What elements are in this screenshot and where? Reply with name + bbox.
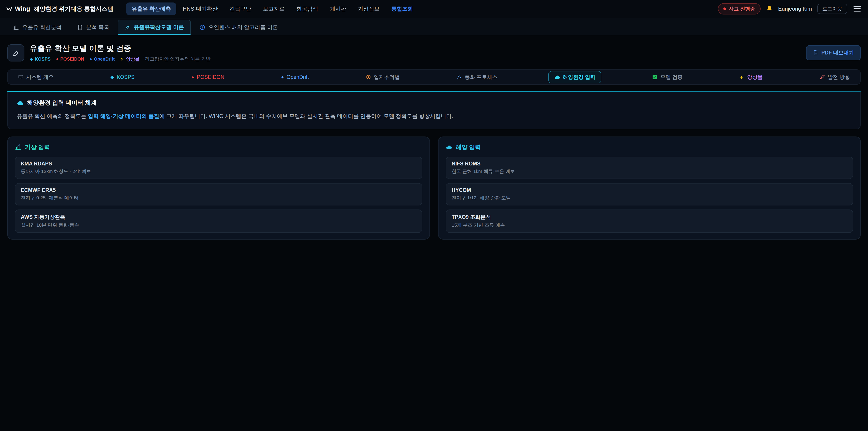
data-source-name: ECMWF ERA5 — [21, 187, 416, 193]
data-source-desc: 전지구 1/12° 해양 순환 모델 — [452, 194, 847, 201]
data-source-desc: 한국 근해 1km 해류·수온 예보 — [452, 168, 847, 175]
secnav-system-overview[interactable]: 시스템 개요 — [12, 71, 59, 83]
cloud-icon — [446, 144, 452, 150]
input-columns: 기상 입력 KMA RDAPS 동아시아 12km 해상도 · 24h 예보 E… — [7, 136, 861, 240]
cloud-icon — [17, 99, 24, 106]
page-icon-box — [7, 44, 24, 61]
nav-item-reports[interactable]: 보고자료 — [257, 2, 290, 15]
overview-highlight-text: 입력 해양·기상 데이터의 품질 — [88, 113, 159, 119]
tab-label: 유출유확산모델 이론 — [133, 24, 184, 31]
bolt-icon — [120, 57, 124, 61]
secnav-ensemble[interactable]: 앙상블 — [734, 71, 769, 83]
incident-status-label: 사고 진행중 — [729, 5, 755, 12]
overview-text: 에 크게 좌우됩니다. WING 시스템은 국내외 수치예보 모델과 실시간 관… — [159, 113, 453, 119]
topbar: Wing 해양환경 위기대응 통합시스템 유출유 확산예측 HNS·대기확산 긴… — [0, 0, 868, 18]
pdf-document-icon — [813, 50, 818, 56]
dot-icon: ● — [191, 74, 194, 80]
secnav-label: 입자추적법 — [374, 74, 400, 81]
secnav-future-direction[interactable]: 발전 방향 — [814, 71, 856, 83]
nav-item-hns[interactable]: HNS·대기확산 — [177, 2, 223, 15]
secnav-label: 해양환경 입력 — [563, 74, 595, 81]
target-icon — [366, 74, 371, 80]
tag-label: POSEIDON — [60, 57, 84, 62]
ocean-input-card: 해양 입력 NIFS ROMS 한국 근해 1km 해류·수온 예보 HYCOM… — [438, 136, 861, 240]
data-source-name: KMA RDAPS — [21, 161, 416, 167]
list-item: HYCOM 전지구 1/12° 해양 순환 모델 — [446, 183, 853, 206]
tab-spill-analysis[interactable]: 유출유 확산분석 — [6, 20, 68, 35]
pen-icon — [12, 49, 20, 57]
tag-opendrift: ● OpenDrift — [90, 57, 115, 62]
diamond-icon: ◆ — [111, 74, 114, 80]
tab-analysis-list[interactable]: 분석 목록 — [70, 20, 116, 35]
pdf-export-button[interactable]: PDF 내보내기 — [806, 45, 861, 60]
secnav-label: OpenDrift — [287, 74, 309, 80]
data-source-desc: 실시간 10분 단위 풍향·풍속 — [21, 222, 416, 228]
nav-item-board[interactable]: 게시판 — [324, 2, 351, 15]
list-item: ECMWF ERA5 전지구 0.25° 재분석 데이터 — [15, 183, 422, 206]
data-source-desc: 전지구 0.25° 재분석 데이터 — [21, 194, 416, 201]
bell-icon[interactable] — [766, 5, 773, 12]
dot-icon: ● — [281, 74, 284, 80]
page-title: 유출유 확산 모델 이론 및 검증 — [30, 43, 211, 54]
secnav-poseidon[interactable]: ● POSEIDON — [186, 71, 230, 83]
page-header: 유출유 확산 모델 이론 및 검증 ◆ KOSPS ● POSEIDON ● O… — [7, 43, 861, 62]
list-item: TPXO9 조화분석 15개 분조 기반 조류 예측 — [446, 210, 853, 233]
chart-icon — [13, 24, 19, 30]
tab-label: 오일펜스 배치 알고리즘 이론 — [209, 24, 278, 31]
overview-title: 해양환경 입력 데이터 체계 — [27, 99, 97, 107]
incident-status-badge[interactable]: 사고 진행중 — [718, 3, 761, 14]
nav-item-integrated-search[interactable]: 통합조회 — [386, 2, 418, 15]
page-subtitle: 라그랑지안 입자추적 이론 기반 — [145, 56, 211, 62]
ocean-input-header: 해양 입력 — [446, 143, 853, 151]
data-source-name: TPXO9 조화분석 — [452, 214, 847, 221]
logo-word: Wing — [15, 5, 30, 12]
rocket-icon — [819, 74, 825, 80]
page-title-block: 유출유 확산 모델 이론 및 검증 ◆ KOSPS ● POSEIDON ● O… — [30, 43, 211, 62]
section-nav: 시스템 개요 ◆ KOSPS ● POSEIDON ● OpenDrift 입자… — [7, 69, 861, 85]
overview-header: 해양환경 입력 데이터 체계 — [17, 99, 851, 107]
secnav-model-validation[interactable]: 모델 검증 — [646, 71, 688, 83]
secnav-weathering-process[interactable]: 풍화 프로세스 — [451, 71, 503, 83]
tag-label: 앙상블 — [126, 56, 140, 62]
secnav-opendrift[interactable]: ● OpenDrift — [275, 71, 315, 83]
list-item: AWS 자동기상관측 실시간 10분 단위 풍향·풍속 — [15, 210, 422, 233]
monitor-icon — [18, 74, 24, 80]
data-source-desc: 동아시아 12km 해상도 · 24h 예보 — [21, 168, 416, 175]
pdf-export-label: PDF 내보내기 — [822, 49, 854, 56]
data-source-name: AWS 자동기상관측 — [21, 214, 416, 221]
secnav-label: 풍화 프로세스 — [465, 74, 497, 81]
secnav-particle-tracking[interactable]: 입자추적법 — [360, 71, 406, 83]
secnav-kosps[interactable]: ◆ KOSPS — [105, 71, 141, 83]
ocean-input-title: 해양 입력 — [456, 143, 481, 151]
weather-input-title: 기상 입력 — [25, 143, 50, 151]
secnav-label: POSEIDON — [197, 74, 224, 80]
secnav-label: 모델 검증 — [660, 74, 682, 81]
tab-model-theory[interactable]: 유출유확산모델 이론 — [118, 20, 191, 35]
logout-button[interactable]: 로그아웃 — [817, 4, 847, 14]
dot-icon: ● — [90, 57, 92, 61]
info-circle-icon — [199, 24, 205, 30]
list-item: NIFS ROMS 한국 근해 1km 해류·수온 예보 — [446, 157, 853, 179]
document-icon — [77, 24, 83, 30]
weather-input-header: 기상 입력 — [15, 143, 422, 151]
overview-text: 유출유 확산 예측의 정확도는 — [17, 113, 88, 119]
nav-item-rescue[interactable]: 긴급구난 — [224, 2, 256, 15]
dot-icon: ● — [56, 57, 59, 61]
main-nav: 유출유 확산예측 HNS·대기확산 긴급구난 보고자료 항공탐색 게시판 기상정… — [126, 2, 418, 15]
nav-item-aerial-search[interactable]: 항공탐색 — [291, 2, 323, 15]
data-source-name: NIFS ROMS — [452, 161, 847, 167]
tab-oil-fence-algorithm[interactable]: 오일펜스 배치 알고리즘 이론 — [193, 20, 285, 35]
tag-poseidon: ● POSEIDON — [56, 57, 84, 62]
red-dot-icon — [723, 7, 726, 10]
check-square-icon — [652, 74, 657, 80]
list-item: KMA RDAPS 동아시아 12km 해상도 · 24h 예보 — [15, 157, 422, 179]
flask-icon — [457, 74, 462, 80]
nav-item-oil-spill-forecast[interactable]: 유출유 확산예측 — [126, 2, 177, 15]
overview-body: 유출유 확산 예측의 정확도는 입력 해양·기상 데이터의 품질에 크게 좌우됩… — [17, 112, 851, 121]
diamond-icon: ◆ — [30, 57, 33, 61]
data-source-desc: 15개 분조 기반 조류 예측 — [452, 222, 847, 228]
secnav-marine-env-input[interactable]: 해양환경 입력 — [548, 71, 601, 83]
hamburger-menu-icon[interactable] — [852, 5, 862, 12]
weather-input-card: 기상 입력 KMA RDAPS 동아시아 12km 해상도 · 24h 예보 E… — [7, 136, 430, 240]
nav-item-weather[interactable]: 기상정보 — [352, 2, 385, 15]
